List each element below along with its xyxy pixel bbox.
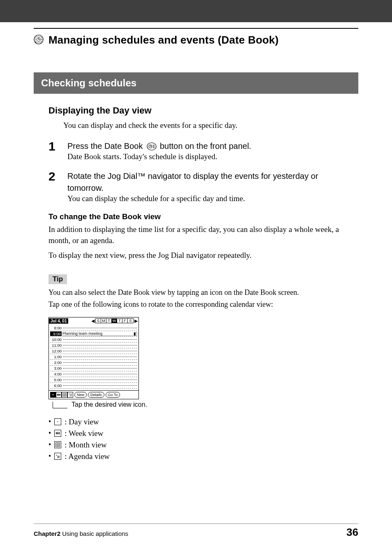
day-f[interactable]: F [122, 319, 128, 323]
page-footer: Chapter2 Using basic applications 36 [34, 526, 358, 539]
svg-rect-13 [57, 394, 58, 396]
steps-list: 1 Press the Date Book [48, 140, 351, 203]
step-head-text: Press the Date Book [67, 141, 145, 151]
time-row: 2:00 [50, 360, 137, 366]
time-row: 12:00 [50, 348, 137, 354]
svg-rect-26 [56, 432, 57, 434]
top-bar [0, 0, 392, 22]
day-w[interactable]: W [112, 319, 117, 323]
intro-paragraph: You can display and check the events for… [63, 120, 351, 131]
legend-row: • : Day view [48, 417, 351, 426]
day-view-icon [54, 418, 61, 425]
palm-day-picker[interactable]: S M T W T F S [95, 318, 134, 323]
step-number: 1 [48, 140, 61, 161]
sub-heading: To change the Date Book view [48, 212, 351, 221]
paragraph: In addition to displaying the time list … [48, 224, 351, 246]
tip-text: You can also select the Date Book view b… [48, 287, 351, 298]
time-row: 11:00 [50, 343, 137, 348]
app-title-row: Managing schedules and events (Date Book… [34, 34, 279, 46]
svg-rect-15 [60, 394, 60, 396]
svg-rect-16 [63, 393, 66, 396]
bullet: • [48, 429, 51, 438]
section-heading-band: Checking schedules [34, 72, 358, 94]
time-row: 3:00 [50, 366, 137, 371]
palm-header: Jul 4, 01 ◀ S M T W T F S ▶ [49, 317, 138, 324]
svg-point-21 [69, 394, 69, 394]
legend-row: • : Agenda view [48, 452, 351, 461]
agenda-view-icon[interactable] [67, 392, 73, 398]
section-title: Checking schedules [41, 77, 136, 89]
palm-date: Jul 4, 01 [49, 318, 68, 324]
tip-text: Tap one of the following icons to rotate… [48, 299, 351, 310]
bullet: • [48, 417, 51, 426]
step-head-text-after: button on the front panel. [160, 141, 251, 151]
time-row: 4:00 [50, 371, 137, 377]
day-s[interactable]: S [96, 319, 101, 323]
time-row: 8:00 [50, 325, 137, 331]
view-icons: • [50, 392, 73, 398]
paragraph: To display the next view, press the Jog … [48, 250, 351, 261]
tip-label: Tip [48, 274, 67, 284]
datebook-icon [34, 35, 44, 46]
step-head-text: Rotate the Jog Dial™ navigator to displa… [67, 171, 318, 192]
new-button[interactable]: New [74, 392, 87, 398]
footer-chapter: Chapter2 Using basic applications [34, 530, 128, 537]
footer-chapter-bold: Chapter2 [34, 530, 60, 537]
subsection-title: Displaying the Day view [48, 105, 351, 116]
month-view-icon [54, 441, 61, 448]
step-number: 2 [48, 170, 61, 203]
agenda-view-icon [54, 453, 61, 460]
prev-arrow-icon[interactable]: ◀ [90, 318, 95, 324]
time-row: 5:00 [50, 377, 137, 383]
svg-rect-29 [56, 443, 60, 447]
datebook-button-icon [147, 142, 157, 152]
next-arrow-icon[interactable]: ▶ [134, 318, 138, 324]
bullet: • [48, 452, 51, 461]
bullet: • [48, 440, 51, 449]
step-1: 1 Press the Date Book [48, 140, 351, 161]
svg-rect-14 [58, 394, 59, 396]
page-number: 36 [346, 526, 358, 539]
time-row: 1:00 [50, 354, 137, 360]
legend-label: : Week view [65, 429, 103, 438]
legend-row: • : Week view [48, 429, 351, 438]
day-m[interactable]: M [101, 319, 106, 323]
palm-footer: • New Details Go To [49, 390, 138, 399]
step-sub-text: You can display the schedule for a speci… [67, 194, 351, 203]
palm-screen: Jul 4, 01 ◀ S M T W T F S ▶ 8:00 [48, 317, 139, 399]
week-view-icon[interactable] [56, 392, 62, 398]
step-sub-text: Date Book starts. Today's schedule is di… [67, 152, 351, 161]
legend-label: : Month view [65, 440, 106, 449]
legend-row: • : Month view [48, 440, 351, 449]
view-legend-list: • : Day view • : Week view • : Month vie… [48, 417, 351, 461]
horizontal-rule [34, 28, 358, 29]
svg-rect-28 [59, 432, 60, 434]
legend-label: : Day view [65, 417, 99, 426]
embedded-screenshot: Jul 4, 01 ◀ S M T W T F S ▶ 8:00 [48, 317, 351, 408]
time-row: 9:00Planning team meeting◧ [50, 331, 137, 337]
svg-rect-27 [58, 432, 58, 434]
note-icon[interactable]: ◧ [134, 331, 137, 336]
footer-rule [34, 524, 358, 524]
callout-text: Tap the desired view icon. [71, 401, 147, 408]
legend-label: : Agenda view [65, 452, 110, 461]
day-t2[interactable]: T [117, 319, 122, 323]
svg-point-5 [35, 42, 36, 42]
page-title: Managing schedules and events (Date Book… [48, 34, 279, 46]
footer-chapter-rest: Using basic applications [60, 530, 128, 537]
month-view-icon[interactable] [62, 392, 67, 398]
svg-point-25 [58, 422, 58, 422]
day-view-icon[interactable]: • [50, 392, 56, 398]
step-2: 2 Rotate the Jog Dial™ navigator to disp… [48, 170, 351, 203]
body-content: Displaying the Day view You can display … [48, 105, 351, 463]
goto-button[interactable]: Go To [106, 392, 120, 398]
svg-point-34 [56, 455, 57, 456]
details-button[interactable]: Details [88, 392, 104, 398]
palm-time-rows: 8:00 9:00Planning team meeting◧ 10:00 11… [49, 324, 138, 390]
time-row: 10:00 [50, 337, 137, 343]
callout: Tap the desired view icon. [48, 401, 351, 408]
day-s2[interactable]: S [128, 319, 133, 323]
day-t[interactable]: T [106, 319, 112, 323]
week-view-icon [54, 430, 61, 437]
callout-line [53, 402, 67, 408]
